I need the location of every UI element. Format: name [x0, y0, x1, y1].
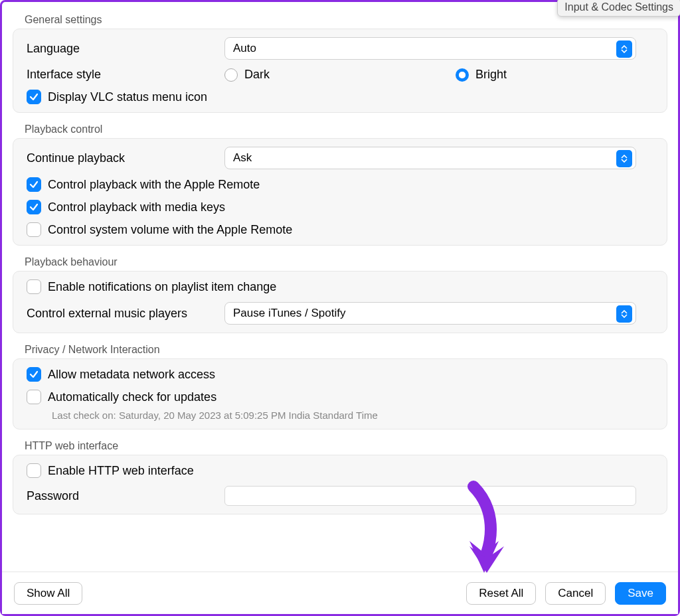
select-external-players[interactable]: Pause iTunes / Spotify: [224, 302, 636, 325]
section-title-playback-control: Playback control: [25, 123, 667, 135]
select-continue-playback[interactable]: Ask: [224, 147, 636, 169]
group-http: Enable HTTP web interface Password: [13, 455, 667, 514]
checkbox-row-enable-http[interactable]: Enable HTTP web interface: [23, 463, 657, 478]
radio-dot-icon: [456, 68, 469, 82]
label-interface-style: Interface style: [23, 68, 215, 82]
checkbox-icon: [27, 177, 41, 192]
reset-all-button[interactable]: Reset All: [466, 582, 536, 605]
checkbox-row-media-keys[interactable]: Control playback with media keys: [23, 200, 657, 214]
group-privacy: Allow metadata network access Automatica…: [13, 358, 667, 429]
settings-scroll-area: General settings Language Auto Interface…: [2, 2, 678, 572]
radio-dot-icon: [224, 68, 238, 82]
select-language[interactable]: Auto: [224, 37, 636, 60]
checkbox-label: Enable notifications on playlist item ch…: [48, 280, 276, 294]
checkbox-icon: [27, 222, 41, 237]
checkbox-icon: [27, 390, 41, 404]
label-password: Password: [23, 489, 215, 503]
updown-icon: [616, 150, 632, 167]
checkbox-row-display-status-menu[interactable]: Display VLC status menu icon: [23, 90, 657, 104]
section-title-privacy: Privacy / Network Interaction: [25, 344, 667, 356]
updown-icon: [616, 40, 632, 58]
radio-dark-label: Dark: [244, 68, 270, 82]
show-all-button[interactable]: Show All: [14, 582, 82, 605]
checkbox-icon: [27, 463, 41, 478]
password-input[interactable]: [224, 486, 636, 506]
bottom-bar: Show All Reset All Cancel Save: [2, 572, 678, 614]
checkbox-icon: [27, 279, 41, 294]
checkbox-label: Allow metadata network access: [48, 368, 215, 382]
checkbox-icon: [27, 367, 41, 382]
checkbox-label: Control system volume with the Apple Rem…: [48, 223, 292, 237]
checkbox-label: Enable HTTP web interface: [48, 464, 194, 478]
tooltip-input-codec-settings: Input & Codec Settings: [557, 0, 680, 17]
checkbox-label: Control playback with media keys: [48, 200, 225, 214]
checkbox-label: Control playback with the Apple Remote: [48, 178, 260, 192]
checkbox-row-auto-update[interactable]: Automatically check for updates: [23, 390, 657, 404]
select-continue-playback-value: Ask: [233, 151, 252, 165]
group-playback-control: Continue playback Ask Control playback w…: [13, 138, 667, 246]
label-language: Language: [23, 42, 215, 56]
checkbox-row-notifications[interactable]: Enable notifications on playlist item ch…: [23, 279, 657, 294]
section-title-http: HTTP web interface: [25, 440, 667, 452]
cancel-button[interactable]: Cancel: [545, 582, 606, 605]
radio-bright-label: Bright: [475, 68, 507, 82]
label-external-players: Control external music players: [23, 307, 215, 321]
checkbox-label: Display VLC status menu icon: [48, 90, 207, 104]
checkbox-label: Automatically check for updates: [48, 390, 216, 404]
label-continue-playback: Continue playback: [23, 151, 215, 165]
last-check-note: Last check on: Saturday, 20 May 2023 at …: [23, 410, 657, 421]
radio-bright[interactable]: Bright: [456, 68, 507, 82]
checkbox-row-apple-remote[interactable]: Control playback with the Apple Remote: [23, 177, 657, 192]
group-playback-behaviour: Enable notifications on playlist item ch…: [13, 271, 667, 333]
checkbox-row-metadata[interactable]: Allow metadata network access: [23, 367, 657, 382]
checkbox-icon: [27, 90, 41, 104]
checkbox-icon: [27, 200, 41, 214]
select-language-value: Auto: [233, 42, 256, 55]
save-button[interactable]: Save: [615, 582, 666, 605]
radio-dark[interactable]: Dark: [224, 68, 270, 82]
group-general: Language Auto Interface style: [13, 29, 667, 113]
checkbox-row-system-volume[interactable]: Control system volume with the Apple Rem…: [23, 222, 657, 237]
select-external-players-value: Pause iTunes / Spotify: [233, 307, 345, 320]
section-title-playback-behaviour: Playback behaviour: [25, 256, 667, 268]
updown-icon: [616, 305, 632, 323]
